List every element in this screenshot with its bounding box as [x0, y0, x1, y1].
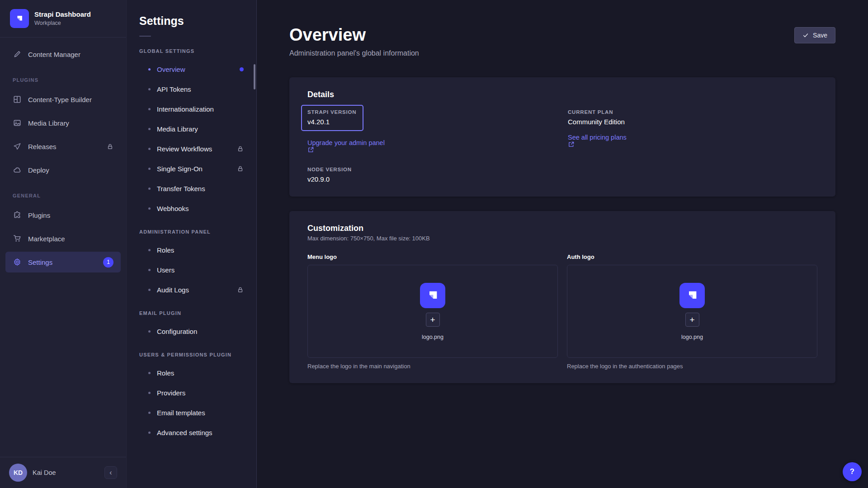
lock-icon	[237, 286, 244, 293]
strapi-logo-icon	[10, 9, 29, 28]
customization-constraints: Max dimension: 750×750, Max file size: 1…	[307, 235, 817, 242]
main-content: Overview Administration panel's global i…	[257, 0, 868, 488]
current-plan-field: CURRENT PLAN Community Edition	[568, 109, 817, 126]
sidebar-item-content-manager[interactable]: Content Manager	[5, 44, 121, 65]
subnav-item-overview[interactable]: Overview	[127, 59, 256, 79]
external-link-icon	[307, 146, 557, 153]
subnav-item-label: API Tokens	[157, 85, 244, 93]
subnav-item-label: Internationalization	[157, 105, 244, 113]
subnav-item-label: Transfer Tokens	[157, 185, 244, 192]
sidebar-item-media-library[interactable]: Media Library	[5, 113, 121, 133]
sidebar-item-deploy[interactable]: Deploy	[5, 160, 121, 180]
pricing-link-label: See all pricing plans	[568, 134, 627, 141]
subnav-section-email-plugin: EMAIL PLUGIN	[127, 300, 256, 321]
node-version-value: v20.9.0	[307, 175, 557, 183]
subnav-item-up-roles[interactable]: Roles	[127, 363, 256, 383]
nav-section-general: GENERAL	[0, 183, 126, 202]
subnav-item-email-templates[interactable]: Email templates	[127, 403, 256, 422]
save-button-label: Save	[813, 32, 827, 39]
subnav-item-media-library[interactable]: Media Library	[127, 119, 256, 139]
subnav-item-users[interactable]: Users	[127, 260, 256, 280]
check-icon	[802, 32, 809, 38]
sidebar-item-label: Media Library	[28, 119, 113, 127]
change-auth-logo-button[interactable]: +	[685, 313, 699, 327]
menu-logo-label: Menu logo	[307, 253, 558, 260]
lock-icon	[107, 143, 113, 150]
subnav-item-label: Providers	[157, 389, 244, 397]
subnav-title: Settings	[127, 14, 256, 28]
sidebar-item-label: Content Manager	[28, 51, 113, 58]
subnav-item-single-sign-on[interactable]: Single Sign-On	[127, 159, 256, 178]
page-title: Overview	[289, 25, 419, 45]
cloud-icon	[13, 166, 22, 174]
image-icon	[13, 119, 22, 127]
change-menu-logo-button[interactable]: +	[426, 313, 440, 327]
subnav-item-configuration[interactable]: Configuration	[127, 321, 256, 341]
lock-icon	[237, 145, 244, 152]
subnav-item-advanced-settings[interactable]: Advanced settings	[127, 422, 256, 442]
sidebar-item-plugins[interactable]: Plugins	[5, 205, 121, 225]
bullet-dot	[148, 148, 151, 150]
auth-logo-label: Auth logo	[567, 253, 817, 260]
details-card: Details STRAPI VERSION v4.20.1 Upgrade y…	[289, 77, 835, 197]
auth-logo-hint: Replace the logo in the authentication p…	[567, 363, 817, 370]
bullet-dot	[148, 432, 151, 434]
node-version-field: NODE VERSION v20.9.0	[307, 167, 557, 183]
menu-logo-dropzone[interactable]: + logo.png	[307, 265, 558, 358]
sidebar-item-releases[interactable]: Releases	[5, 136, 121, 157]
customization-card: Customization Max dimension: 750×750, Ma…	[289, 211, 835, 383]
subnav-item-api-tokens[interactable]: API Tokens	[127, 79, 256, 99]
grid-icon	[13, 95, 22, 103]
bullet-dot	[148, 249, 151, 251]
bullet-dot	[148, 330, 151, 333]
subnav-item-label: Advanced settings	[157, 429, 244, 436]
subnav-section-global-settings: GLOBAL SETTINGS	[127, 38, 256, 59]
main-nav: Content Manager PLUGINS Content-Type Bui…	[0, 38, 126, 457]
help-button[interactable]: ?	[843, 462, 862, 481]
bullet-dot	[148, 392, 151, 394]
subnav-item-label: Overview	[157, 66, 233, 73]
upgrade-admin-panel-link[interactable]: Upgrade your admin panel	[307, 139, 557, 153]
bullet-dot	[148, 108, 151, 110]
subnav-item-review-workflows[interactable]: Review Workflows	[127, 139, 256, 159]
workspace-title: Strapi Dashboard	[34, 10, 91, 19]
subnav-item-admin-roles[interactable]: Roles	[127, 240, 256, 260]
bullet-dot	[148, 188, 151, 190]
external-link-icon	[568, 141, 817, 148]
sidebar-item-settings[interactable]: Settings 1	[5, 252, 121, 272]
avatar[interactable]: KD	[9, 464, 27, 482]
workspace-switcher[interactable]: Strapi Dashboard Workplace	[0, 0, 126, 38]
strapi-logo-icon	[420, 283, 445, 308]
sidebar-item-marketplace[interactable]: Marketplace	[5, 228, 121, 249]
sidebar-item-content-type-builder[interactable]: Content-Type Builder	[5, 89, 121, 110]
auth-logo-dropzone[interactable]: + logo.png	[567, 265, 817, 358]
subnav-item-transfer-tokens[interactable]: Transfer Tokens	[127, 178, 256, 198]
subnav-item-webhooks[interactable]: Webhooks	[127, 198, 256, 218]
lock-icon	[237, 165, 244, 172]
page-subtitle: Administration panel's global informatio…	[289, 49, 419, 57]
notification-badge: 1	[103, 257, 113, 267]
workspace-subtitle: Workplace	[34, 20, 91, 27]
bullet-dot	[148, 207, 151, 210]
subnav-scrollbar-thumb[interactable]	[254, 64, 255, 89]
page-header: Overview Administration panel's global i…	[289, 25, 835, 57]
bullet-dot	[148, 88, 151, 90]
collapse-sidebar-button[interactable]: ‹	[104, 466, 117, 479]
pricing-plans-link[interactable]: See all pricing plans	[568, 134, 817, 148]
active-indicator-dot	[240, 67, 244, 71]
subnav-item-label: Roles	[157, 246, 244, 254]
menu-logo-filename: logo.png	[422, 334, 443, 340]
settings-subnav: Settings GLOBAL SETTINGS Overview API To…	[127, 0, 257, 488]
bullet-dot	[148, 168, 151, 170]
save-button[interactable]: Save	[794, 27, 835, 43]
node-version-label: NODE VERSION	[307, 167, 557, 172]
gear-icon	[13, 258, 22, 266]
subnav-item-label: Users	[157, 266, 244, 274]
subnav-item-audit-logs[interactable]: Audit Logs	[127, 280, 256, 300]
subnav-item-internationalization[interactable]: Internationalization	[127, 99, 256, 119]
cart-icon	[13, 235, 22, 243]
subnav-item-providers[interactable]: Providers	[127, 383, 256, 403]
subnav-item-label: Roles	[157, 369, 244, 377]
current-plan-label: CURRENT PLAN	[568, 109, 817, 115]
bullet-dot	[148, 289, 151, 291]
